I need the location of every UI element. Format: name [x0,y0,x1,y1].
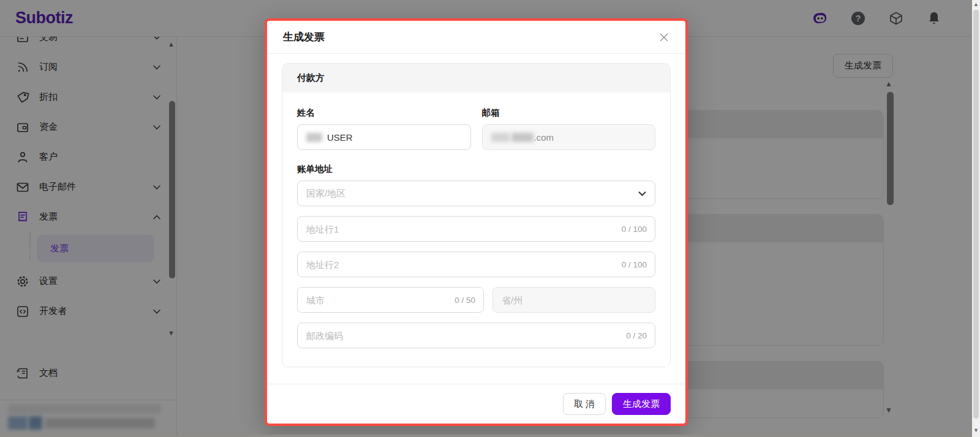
payer-section-card: 付款方 姓名 USER 邮箱 [282,63,671,367]
city-counter: 0 / 50 [454,296,475,305]
browser-scrollbar[interactable]: ▲ ▼ [972,0,980,437]
redacted-name-prefix [306,133,322,142]
state-input[interactable] [492,287,655,313]
scrollbar-up-arrow[interactable]: ▲ [972,0,980,9]
generate-invoice-modal: 生成发票 付款方 姓名 USER 邮箱 [265,18,688,426]
modal-footer: 取 消 生成发票 [267,384,685,424]
redacted-email-part [511,133,533,142]
email-field[interactable]: .com [482,124,656,150]
payer-section-body: 姓名 USER 邮箱 .com [282,92,670,367]
chevron-down-icon [638,191,646,196]
modal-header: 生成发票 [267,21,685,54]
address-line1-wrap: 0 / 100 [297,216,655,242]
country-select[interactable]: 国家/地区 [297,181,655,206]
address-line2-wrap: 0 / 100 [297,252,655,277]
postal-code-wrap: 0 / 20 [297,323,655,348]
name-value: USER [327,132,353,143]
billing-address-label: 账单地址 [297,163,655,175]
address-line2-counter: 0 / 100 [622,260,647,269]
window-bottom-edge [0,435,980,437]
modal-title: 生成发票 [283,30,325,44]
email-label: 邮箱 [482,107,656,119]
scrollbar-down-arrow[interactable]: ▼ [972,426,980,435]
name-field[interactable]: USER [297,124,471,150]
scrollbar-thumb[interactable] [973,10,979,419]
name-label: 姓名 [297,107,471,119]
state-wrap [492,287,655,313]
postal-code-counter: 0 / 20 [626,331,647,340]
modal-body: 付款方 姓名 USER 邮箱 [267,54,685,367]
close-icon[interactable] [658,32,669,43]
cancel-button[interactable]: 取 消 [563,393,606,415]
city-wrap: 0 / 50 [297,287,484,313]
postal-code-input[interactable] [297,323,655,348]
email-domain-suffix: .com [534,132,554,143]
address-line1-input[interactable] [297,216,655,242]
payer-section-title: 付款方 [282,64,670,92]
address-line1-counter: 0 / 100 [622,225,647,234]
address-line2-input[interactable] [297,252,655,277]
redacted-email-part [491,133,510,142]
country-placeholder: 国家/地区 [306,188,345,200]
generate-invoice-submit-button[interactable]: 生成发票 [612,393,671,415]
